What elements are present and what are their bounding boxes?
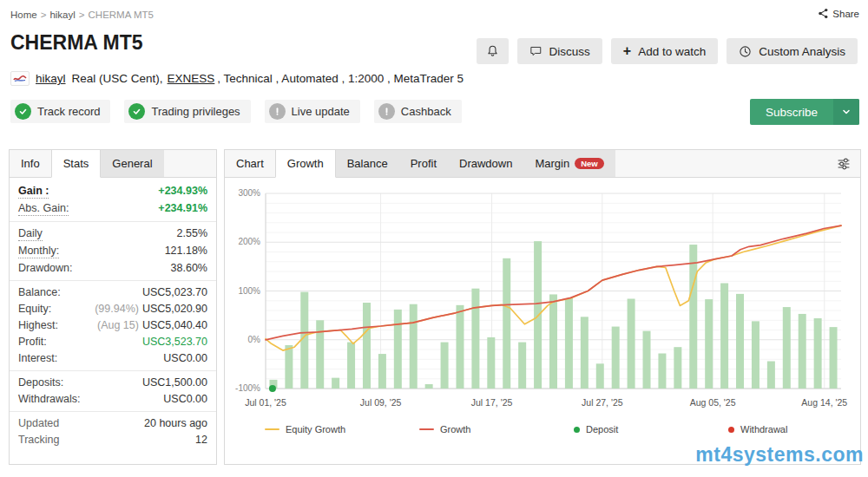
- legend-item[interactable]: Deposit: [574, 424, 728, 435]
- tab-margin[interactable]: MarginNew: [523, 150, 615, 177]
- stat-value-highest-date: (Aug 15): [97, 319, 139, 331]
- share-button[interactable]: Share: [818, 8, 859, 19]
- badge-label: Live update: [292, 105, 350, 118]
- svg-text:Aug 05, '25: Aug 05, '25: [690, 397, 736, 408]
- legend-label: Deposit: [586, 424, 618, 435]
- share-label: Share: [832, 9, 859, 19]
- stat-label-daily[interactable]: Daily: [18, 227, 43, 241]
- account-flag-icon: [10, 71, 30, 86]
- badge-cashback[interactable]: Cashback: [374, 100, 462, 123]
- custom-analysis-label: Custom Analysis: [759, 45, 845, 58]
- stat-value-withdrawals: USC0.00: [163, 393, 207, 406]
- legend-item[interactable]: Growth: [419, 424, 574, 435]
- svg-text:200%: 200%: [238, 237, 260, 246]
- stat-value-interest: USC0.00: [163, 352, 207, 365]
- breadcrumb-separator: >: [79, 10, 85, 20]
- chart-tabs: Chart Growth Balance Profit Drawdown Mar…: [225, 150, 860, 178]
- stat-row-highest: Highest: (Aug 15)USC5,040.40: [10, 317, 216, 334]
- legend-item[interactable]: Equity Growth: [265, 424, 419, 435]
- tab-info[interactable]: Info: [10, 150, 51, 177]
- chart-settings-button[interactable]: [827, 150, 860, 177]
- stat-row-balance: Balance: USC5,023.70: [10, 284, 216, 301]
- tab-balance[interactable]: Balance: [336, 150, 399, 177]
- stat-row-monthly: Monthly: 121.18%: [10, 243, 216, 260]
- legend-dot-swatch: [728, 427, 734, 433]
- account-owner-link[interactable]: hikayl: [36, 72, 66, 85]
- stat-label-deposits: Deposits:: [18, 376, 63, 389]
- stat-label-balance: Balance:: [18, 286, 61, 299]
- tab-chart[interactable]: Chart: [225, 150, 275, 177]
- svg-text:Jul 17, '25: Jul 17, '25: [471, 397, 513, 408]
- stat-value-abs-gain: +234.91%: [158, 202, 207, 215]
- stats-list: Gain : +234.93% Abs. Gain: +234.91% Dail…: [10, 178, 216, 448]
- badge-trading-privileges[interactable]: Trading privileges: [124, 100, 250, 123]
- sliders-icon: [836, 157, 852, 171]
- subscribe-button[interactable]: Subscribe: [750, 99, 859, 125]
- breadcrumb: Home>hikayl>CHERMA MT5: [10, 10, 154, 20]
- stat-row-deposits: Deposits: USC1,500.00: [10, 375, 216, 391]
- badge-label: Trading privileges: [151, 105, 240, 118]
- chart-panel: Chart Growth Balance Profit Drawdown Mar…: [224, 149, 861, 465]
- stat-label-gain[interactable]: Gain :: [18, 185, 49, 199]
- custom-analysis-button[interactable]: Custom Analysis: [727, 38, 858, 64]
- legend-label: Growth: [440, 424, 470, 435]
- stat-row-tracking: Tracking 12: [10, 432, 216, 448]
- stat-label-updated: Updated: [18, 417, 59, 430]
- badge-live-update[interactable]: Live update: [265, 100, 360, 123]
- deposit-marker: [269, 385, 276, 392]
- stat-label-abs-gain[interactable]: Abs. Gain:: [18, 202, 69, 216]
- breadcrumb-user[interactable]: hikayl: [49, 10, 75, 20]
- broker-link[interactable]: EXNESS: [168, 72, 215, 85]
- status-badges: Track record Trading privileges Live upd…: [10, 100, 462, 123]
- legend-line-swatch: [265, 428, 279, 430]
- breadcrumb-home[interactable]: Home: [10, 10, 37, 20]
- stat-row-updated: Updated 20 hours ago: [10, 415, 216, 432]
- stat-value-monthly: 121.18%: [165, 245, 207, 258]
- legend-line-swatch: [419, 428, 434, 430]
- account-row: hikayl Real (USC Cent), EXNESS , Technic…: [10, 71, 464, 86]
- subscribe-dropdown-button[interactable]: [833, 99, 859, 125]
- stat-label-interest: Interest:: [18, 352, 57, 365]
- check-icon: [15, 103, 31, 120]
- svg-text:Aug 14, '25: Aug 14, '25: [801, 397, 847, 408]
- check-icon: [128, 103, 145, 120]
- bell-icon: [486, 44, 499, 58]
- tab-stats[interactable]: Stats: [51, 150, 102, 178]
- legend-label: Equity Growth: [286, 424, 345, 435]
- tab-general[interactable]: General: [101, 150, 163, 177]
- stat-row-abs-gain: Abs. Gain: +234.91%: [10, 200, 216, 218]
- svg-text:Jul 09, '25: Jul 09, '25: [360, 397, 402, 408]
- discuss-label: Discuss: [549, 45, 590, 58]
- stat-value-highest: (Aug 15)USC5,040.40: [97, 319, 207, 332]
- svg-text:Jul 01, '25: Jul 01, '25: [245, 397, 286, 408]
- subscribe-label: Subscribe: [750, 99, 833, 125]
- breadcrumb-separator: >: [41, 10, 47, 20]
- divider: [10, 221, 216, 222]
- clock-icon: [739, 45, 752, 58]
- svg-text:0%: 0%: [248, 335, 261, 344]
- discuss-button[interactable]: Discuss: [517, 38, 602, 64]
- stat-row-withdrawals: Withdrawals: USC0.00: [10, 391, 216, 408]
- stat-value-daily: 2.55%: [177, 227, 207, 240]
- badge-track-record[interactable]: Track record: [10, 100, 110, 123]
- svg-text:-100%: -100%: [235, 383, 260, 393]
- stat-row-drawdown: Drawdown: 38.60%: [10, 260, 216, 277]
- stat-value-equity-percent: (99.94%): [95, 303, 139, 315]
- stat-label-withdrawals: Withdrawals:: [18, 393, 81, 406]
- legend-item[interactable]: Withdrawal: [728, 424, 868, 435]
- account-type: Real (USC Cent),: [72, 72, 163, 85]
- stat-value-profit: USC3,523.70: [142, 336, 207, 349]
- notifications-button[interactable]: [477, 38, 509, 64]
- exclamation-icon: [378, 103, 395, 120]
- growth-chart[interactable]: Jul 01, '25Jul 09, '25Jul 17, '25Jul 27,…: [225, 178, 858, 438]
- new-badge: New: [575, 158, 604, 170]
- tab-growth[interactable]: Growth: [275, 150, 336, 178]
- plus-icon: +: [623, 44, 631, 58]
- stat-label-monthly[interactable]: Monthly:: [18, 245, 59, 258]
- stat-value-balance: USC5,023.70: [142, 286, 207, 299]
- tab-profit[interactable]: Profit: [399, 150, 448, 177]
- stat-label-profit: Profit:: [18, 336, 47, 349]
- add-to-watch-button[interactable]: + Add to watch: [611, 38, 718, 64]
- tab-drawdown[interactable]: Drawdown: [448, 150, 523, 177]
- stat-row-daily: Daily 2.55%: [10, 225, 216, 243]
